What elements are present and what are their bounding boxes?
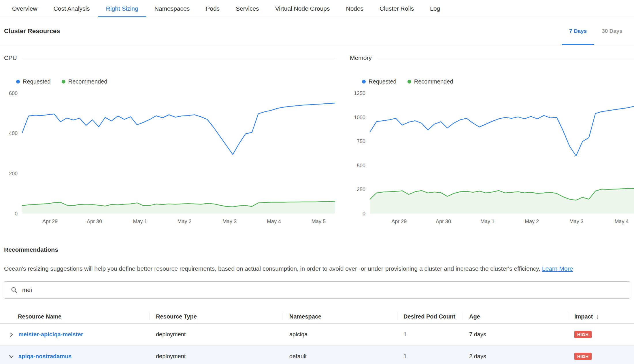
resource-name-link[interactable]: apiqa-nostradamus	[18, 353, 71, 360]
svg-text:May 4: May 4	[614, 219, 629, 224]
impact-badge: HIGH	[574, 353, 592, 360]
chevron-down-icon	[9, 354, 14, 359]
chevron-right-icon	[9, 332, 14, 337]
learn-more-link[interactable]: Learn More	[542, 265, 573, 272]
sort-desc-icon[interactable]: ↓	[596, 313, 599, 320]
impact-badge: HIGH	[574, 331, 592, 338]
col-namespace: Namespace	[283, 310, 397, 323]
legend-requested[interactable]: Requested	[362, 78, 397, 85]
table-header: Resource Name Resource Type Namespace De…	[0, 310, 634, 324]
legend-requested[interactable]: Requested	[16, 78, 51, 85]
search-icon	[11, 287, 18, 293]
divider	[22, 58, 335, 58]
recommendations-title: Recommendations	[4, 246, 634, 253]
svg-text:0: 0	[15, 211, 18, 217]
recommended-dot-icon	[62, 80, 65, 84]
col-resource-name: Resource Name	[0, 310, 150, 323]
svg-text:May 4: May 4	[267, 219, 281, 224]
tab-cluster-rolls[interactable]: Cluster Rolls	[371, 0, 422, 17]
svg-text:May 3: May 3	[569, 219, 584, 224]
range-7-days[interactable]: 7 Days	[562, 17, 594, 45]
col-impact[interactable]: Impact ↓	[568, 310, 634, 323]
tab-nodes[interactable]: Nodes	[338, 0, 372, 17]
legend-recommended-label: Recommended	[68, 78, 107, 85]
requested-dot-icon	[16, 80, 20, 84]
namespace-cell: apiciqa	[283, 331, 397, 338]
impact-cell: HIGH	[568, 331, 634, 338]
charts-row: CPU Requested Recommended 0200400600Apr …	[0, 45, 634, 227]
top-tab-bar: Overview Cost Analysis Right Sizing Name…	[0, 0, 634, 17]
col-age: Age	[463, 310, 568, 323]
recommended-dot-icon	[407, 80, 411, 84]
legend-recommended[interactable]: Recommended	[62, 78, 107, 85]
cpu-chart-legend: Requested Recommended	[16, 78, 335, 85]
legend-requested-label: Requested	[23, 78, 51, 85]
tab-log[interactable]: Log	[422, 0, 448, 17]
divider	[377, 58, 634, 58]
cpu-chart: 0200400600Apr 29Apr 30May 1May 2May 3May…	[4, 89, 335, 227]
tab-pods[interactable]: Pods	[198, 0, 228, 17]
requested-dot-icon	[362, 80, 366, 84]
tab-cost-analysis[interactable]: Cost Analysis	[46, 0, 98, 17]
age-cell: 2 days	[463, 353, 568, 360]
collapse-row-button[interactable]	[7, 352, 16, 361]
resource-type-cell: deployment	[150, 331, 283, 338]
cpu-chart-panel: CPU Requested Recommended 0200400600Apr …	[4, 54, 335, 227]
desired-pod-count-cell: 1	[397, 353, 463, 360]
legend-recommended[interactable]: Recommended	[407, 78, 453, 85]
svg-text:500: 500	[357, 163, 365, 168]
svg-text:Apr 29: Apr 29	[42, 219, 58, 224]
resource-type-cell: deployment	[150, 353, 283, 360]
svg-text:0: 0	[363, 211, 365, 217]
tab-right-sizing[interactable]: Right Sizing	[98, 0, 146, 17]
namespace-cell: default	[283, 353, 397, 360]
svg-text:May 1: May 1	[480, 219, 495, 224]
tab-virtual-node-groups[interactable]: Virtual Node Groups	[267, 0, 338, 17]
col-desired-pod-count: Desired Pod Count	[397, 310, 463, 323]
memory-chart-panel: Memory Requested Recommended 02505007501…	[350, 54, 634, 227]
svg-text:1250: 1250	[354, 90, 365, 96]
memory-chart: 025050075010001250Apr 29Apr 30May 1May 2…	[350, 89, 634, 227]
legend-recommended-label: Recommended	[414, 78, 453, 85]
recommendations-description: Ocean's resizing suggestions will help y…	[4, 265, 628, 272]
svg-text:May 2: May 2	[525, 219, 539, 224]
tab-overview[interactable]: Overview	[4, 0, 46, 17]
age-cell: 7 days	[463, 331, 568, 338]
svg-text:750: 750	[357, 139, 365, 144]
svg-text:600: 600	[9, 90, 18, 96]
resource-name-link[interactable]: meister-apiciqa-meister	[18, 331, 83, 338]
svg-text:May 5: May 5	[312, 219, 326, 224]
svg-text:200: 200	[9, 171, 18, 177]
time-range-toggle: 7 Days 30 Days	[562, 17, 630, 45]
legend-requested-label: Requested	[369, 78, 397, 85]
svg-text:Apr 30: Apr 30	[436, 219, 451, 224]
tab-services[interactable]: Services	[228, 0, 267, 17]
desired-pod-count-cell: 1	[397, 331, 463, 338]
svg-text:May 2: May 2	[178, 219, 192, 224]
svg-text:400: 400	[9, 130, 18, 136]
cluster-resources-title: Cluster Resources	[4, 27, 60, 35]
svg-text:Apr 29: Apr 29	[391, 219, 407, 224]
svg-text:May 3: May 3	[222, 219, 237, 224]
search-box	[4, 281, 630, 299]
svg-text:1000: 1000	[354, 115, 365, 120]
svg-text:Apr 30: Apr 30	[87, 219, 102, 224]
expand-row-button[interactable]	[7, 330, 16, 339]
cpu-chart-title: CPU	[4, 54, 17, 61]
range-30-days[interactable]: 30 Days	[594, 17, 630, 45]
tab-namespaces[interactable]: Namespaces	[146, 0, 198, 17]
memory-chart-legend: Requested Recommended	[362, 78, 634, 85]
cluster-resources-header: Cluster Resources 7 Days 30 Days	[0, 17, 634, 45]
impact-cell: HIGH	[568, 353, 634, 360]
svg-text:250: 250	[357, 187, 365, 192]
svg-text:May 1: May 1	[133, 219, 147, 224]
table-row[interactable]: meister-apiciqa-meister deployment apici…	[0, 324, 634, 346]
memory-chart-title: Memory	[350, 54, 372, 61]
recommendations-description-text: Ocean's resizing suggestions will help y…	[4, 265, 540, 272]
col-resource-type: Resource Type	[150, 310, 283, 323]
search-input[interactable]	[22, 287, 623, 293]
table-row[interactable]: apiqa-nostradamus deployment default 1 2…	[0, 346, 634, 364]
